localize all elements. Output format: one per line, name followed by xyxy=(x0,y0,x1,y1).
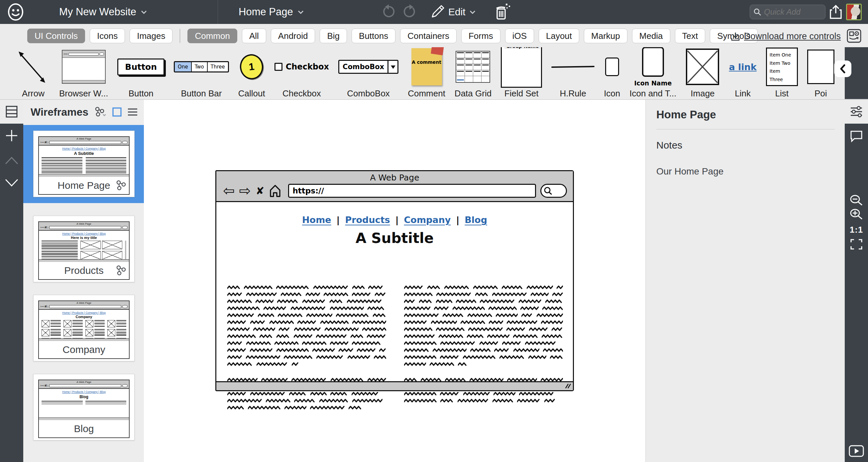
comments-panel-button[interactable] xyxy=(845,129,868,144)
search-box xyxy=(540,184,567,198)
page-subtitle[interactable]: A Subtitle xyxy=(216,230,573,246)
squiggle-word xyxy=(368,285,382,289)
thumbnail-card-products[interactable]: A Web Page ⇦⇨✘⌂ Home | Products | Compan… xyxy=(33,216,134,282)
category-tab-android[interactable]: Android xyxy=(271,29,315,43)
nav-link-products[interactable]: Products xyxy=(345,215,390,225)
category-tab-big[interactable]: Big xyxy=(320,29,347,43)
wireframes-title: Wireframes xyxy=(31,106,88,118)
nav-link-home[interactable]: Home xyxy=(302,215,331,225)
symbols-menu-icon[interactable] xyxy=(94,106,106,118)
notes-value[interactable]: Our Home Page xyxy=(656,166,835,177)
palette-item-image[interactable]: Image xyxy=(681,47,724,99)
palette-item-icontext[interactable]: Icon Name Icon and T... xyxy=(625,47,681,99)
squiggle-word xyxy=(444,285,470,289)
quick-add-box[interactable] xyxy=(750,5,826,19)
category-tab-forms[interactable]: Forms xyxy=(461,29,500,43)
palette-item-callout[interactable]: 1 Callout xyxy=(234,47,270,99)
palette-item-list[interactable]: Item OneItem TwoItem Three List xyxy=(761,47,803,99)
redo-button[interactable] xyxy=(401,0,417,24)
squiggle-word xyxy=(352,285,365,289)
thumb-mini-wireframe: A Web Page ⇦⇨✘⌂ Home | Products | Compan… xyxy=(38,221,130,280)
palette-item-arrow[interactable]: Arrow xyxy=(12,47,55,99)
category-tab-text[interactable]: Text xyxy=(675,29,706,43)
user-avatar[interactable] xyxy=(846,4,862,20)
download-more-controls-link[interactable]: Download more controls xyxy=(731,31,841,41)
palette-item-comment[interactable]: A comment Comment xyxy=(403,47,450,99)
category-tab-buttons[interactable]: Buttons xyxy=(351,29,396,43)
move-down-button[interactable] xyxy=(0,174,23,192)
squiggle-word xyxy=(431,320,457,325)
palette-item-button[interactable]: Button Button xyxy=(113,47,169,99)
wireframes-panel-toggle[interactable] xyxy=(0,100,23,124)
undo-button[interactable] xyxy=(381,0,397,24)
palette-item-hrule[interactable]: H.Rule xyxy=(547,47,599,99)
inspector-panel: Home Page Notes Our Home Page xyxy=(645,100,845,462)
palette-item-buttonbar[interactable]: OneTwoThree Button Bar xyxy=(169,47,234,99)
squiggle-word xyxy=(336,313,369,317)
squiggle-word xyxy=(227,392,247,396)
project-menu[interactable]: My New Website xyxy=(59,0,147,24)
properties-panel-toggle[interactable] xyxy=(845,100,868,124)
thumbnail-card-company[interactable]: A Web Page ⇦⇨✘⌂ Home | Products | Compan… xyxy=(33,295,134,361)
browser-window-control[interactable]: A Web Page ⇦ ⇨ ✘ https:// xyxy=(215,170,574,391)
palette-scroll-pill[interactable] xyxy=(834,61,851,77)
category-tab-ios[interactable]: iOS xyxy=(505,29,534,43)
trash-button[interactable] xyxy=(493,0,513,24)
category-tab-containers[interactable]: Containers xyxy=(400,29,457,43)
edit-menu[interactable]: Edit xyxy=(430,0,475,24)
placeholder-text-column[interactable] xyxy=(404,284,563,420)
squiggle-word xyxy=(544,399,555,403)
library-tab-icons[interactable]: Icons xyxy=(90,29,125,43)
library-tab-images[interactable]: Images xyxy=(130,29,173,43)
zoom-ratio-button[interactable]: 1:1 xyxy=(845,222,868,237)
resize-handle-icon[interactable] xyxy=(563,383,571,390)
thumbnail-view-icon[interactable] xyxy=(112,107,122,117)
editor-canvas[interactable]: A Web Page ⇦ ⇨ ✘ https:// xyxy=(144,100,645,462)
present-button[interactable] xyxy=(845,444,868,458)
squiggle-word xyxy=(404,355,436,359)
placeholder-paragraph xyxy=(227,284,386,368)
category-tab-layout[interactable]: Layout xyxy=(539,29,579,43)
comment-graphic: A comment xyxy=(411,48,442,85)
palette-item-icon[interactable]: Icon xyxy=(599,47,625,99)
category-tab-common[interactable]: Common xyxy=(187,29,237,43)
thumbnail-card-blog[interactable]: A Web Page ⇦⇨✘⌂ Home | Products | Compan… xyxy=(33,374,134,440)
fullscreen-button[interactable] xyxy=(845,237,868,252)
notes-label[interactable]: Notes xyxy=(656,140,835,151)
nav-link-company[interactable]: Company xyxy=(404,215,451,225)
thumbnail-caption: Blog xyxy=(74,423,94,434)
thumbnail-wrapper: A Web Page ⇦⇨✘⌂ Home | Products | Compan… xyxy=(33,374,134,440)
move-up-button[interactable] xyxy=(0,151,23,170)
category-tab-markup[interactable]: Markup xyxy=(584,29,627,43)
ui-library-toggle-icon[interactable] xyxy=(847,29,861,44)
palette-item-pointy[interactable]: Poi xyxy=(803,47,839,99)
zoom-in-button[interactable] xyxy=(845,207,868,222)
category-tab-media[interactable]: Media xyxy=(632,29,670,43)
zoom-out-button[interactable] xyxy=(845,193,868,208)
palette-item-checkbox[interactable]: Checkbox Checkbox xyxy=(270,47,334,99)
list-view-icon[interactable] xyxy=(127,108,138,116)
quick-add-input[interactable] xyxy=(764,7,817,17)
palette-item-browser[interactable]: ⇦⇨ Browser W... xyxy=(55,47,113,99)
palette-item-fieldset[interactable]: Group Name Field Set xyxy=(496,47,547,99)
thumb-mini-wireframe: A Web Page ⇦⇨✘⌂ Home | Products | Compan… xyxy=(38,379,130,438)
page-menu[interactable]: Home Page xyxy=(239,0,304,24)
squiggle-word xyxy=(276,285,310,289)
squiggle-word xyxy=(499,355,525,359)
add-wireframe-button[interactable] xyxy=(0,126,23,145)
share-button[interactable] xyxy=(830,0,842,24)
squiggle-word xyxy=(253,327,275,331)
palette-item-combobox[interactable]: ComboBox ComboBox xyxy=(334,47,403,99)
nav-link-blog[interactable]: Blog xyxy=(465,215,487,225)
browser-footer xyxy=(216,381,573,390)
squiggle-word xyxy=(468,313,492,317)
thumbnail-card-home[interactable]: A Web Page ⇦⇨✘⌂ Home | Products | Compan… xyxy=(33,131,134,197)
app-logo-smiley-icon[interactable] xyxy=(7,3,25,22)
category-tab-all[interactable]: All xyxy=(242,29,266,43)
library-tab-ui-controls[interactable]: UI Controls xyxy=(27,29,85,43)
placeholder-text-column[interactable] xyxy=(227,284,386,420)
palette-item-label: Image xyxy=(690,88,714,99)
palette-item-link[interactable]: a link Link xyxy=(724,47,761,99)
palette-item-datagrid[interactable]: Data Grid xyxy=(450,47,496,99)
squiggle-word xyxy=(246,355,280,359)
